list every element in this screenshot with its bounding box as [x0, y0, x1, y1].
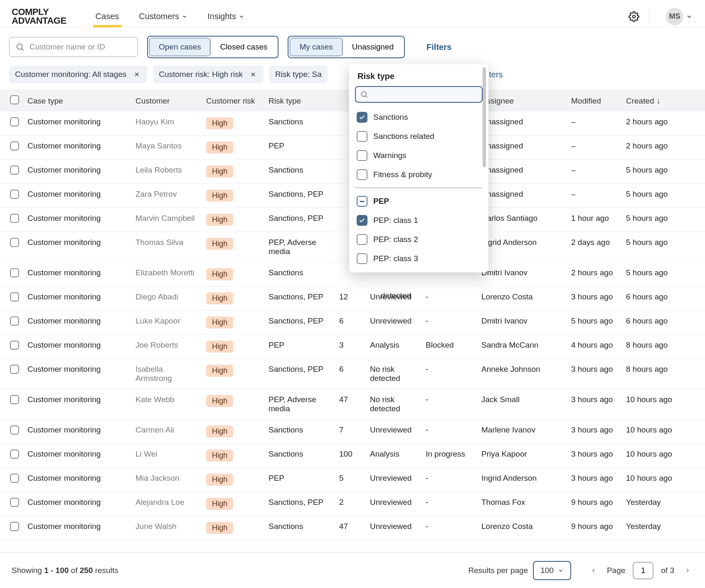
- close-icon[interactable]: [249, 70, 258, 79]
- popover-search[interactable]: [355, 86, 483, 103]
- row-checkbox[interactable]: [10, 522, 19, 531]
- table-row[interactable]: Customer monitoringCarmen AliHighSanctio…: [0, 420, 705, 444]
- cell-case-type: Customer monitoring: [23, 335, 131, 359]
- customer-search-input[interactable]: [29, 42, 132, 52]
- cell-risk-type: PEP: [264, 136, 335, 160]
- row-checkbox[interactable]: [10, 117, 19, 126]
- row-checkbox[interactable]: [10, 365, 19, 374]
- cell-risk-type: Sanctions, PEP: [264, 208, 335, 232]
- user-menu[interactable]: MS: [658, 8, 693, 25]
- obscured-cell-text: detected: [381, 291, 411, 300]
- chevron-down-icon: [558, 568, 564, 573]
- table-row[interactable]: Customer monitoringLi WeiHighSanctions10…: [0, 444, 705, 468]
- filter-option[interactable]: Fitness & probity: [355, 165, 483, 184]
- row-checkbox[interactable]: [10, 395, 19, 404]
- checkbox[interactable]: [357, 253, 367, 264]
- cell-assignee: Ingrid Anderson: [477, 468, 567, 492]
- table-row[interactable]: Customer monitoringJune WalshHighSanctio…: [0, 516, 705, 540]
- page-input[interactable]: [633, 562, 653, 579]
- popover-title: Risk type: [357, 72, 483, 81]
- row-checkbox[interactable]: [10, 292, 19, 301]
- row-checkbox[interactable]: [10, 498, 19, 507]
- prev-page-button[interactable]: [588, 565, 599, 576]
- row-checkbox[interactable]: [10, 141, 19, 151]
- row-checkbox[interactable]: [10, 341, 19, 350]
- checkbox[interactable]: [357, 234, 367, 245]
- customer-search[interactable]: [9, 37, 138, 57]
- nav-cases[interactable]: Cases: [96, 6, 119, 27]
- chip-risk-type[interactable]: Risk type: Sa: [269, 66, 328, 83]
- my-cases-button[interactable]: My cases: [290, 38, 342, 56]
- row-checkbox[interactable]: [10, 450, 19, 459]
- cell-assignee: Marlene Ivanov: [477, 420, 567, 444]
- select-all-checkbox[interactable]: [10, 95, 19, 104]
- filter-option[interactable]: PEP: class 1: [355, 211, 483, 230]
- row-checkbox[interactable]: [10, 190, 19, 199]
- toolbar: Open cases Closed cases My cases Unassig…: [0, 27, 705, 66]
- option-label: PEP: class 3: [373, 254, 418, 263]
- cell-status: Unreviewed: [366, 420, 422, 444]
- unassigned-button[interactable]: Unassigned: [343, 38, 403, 56]
- checkbox[interactable]: [357, 131, 367, 142]
- row-checkbox[interactable]: [10, 316, 19, 326]
- col-assignee[interactable]: Assignee: [477, 90, 567, 111]
- table-row[interactable]: Customer monitoringJoe RobertsHighPEP3An…: [0, 335, 705, 359]
- col-customer-risk[interactable]: Customer risk: [202, 90, 264, 111]
- nav-insights[interactable]: Insights: [207, 6, 244, 27]
- checkbox[interactable]: [357, 112, 367, 123]
- open-cases-button[interactable]: Open cases: [149, 38, 210, 56]
- filter-option[interactable]: PEP: class 2: [355, 230, 483, 249]
- results-per-page-select[interactable]: 100: [533, 561, 571, 580]
- settings-button[interactable]: [627, 10, 641, 23]
- row-checkbox[interactable]: [10, 238, 19, 247]
- col-case-type[interactable]: Case type: [23, 90, 131, 111]
- cell-substatus: -: [422, 492, 477, 516]
- cell-customer: Marvin Campbell: [131, 208, 202, 232]
- checkbox[interactable]: [357, 169, 367, 180]
- separator: [649, 8, 649, 25]
- table-row[interactable]: Customer monitoringKate WebbHighPEP, Adv…: [0, 389, 705, 420]
- cell-created: 10 hours ago: [622, 389, 705, 420]
- cell-customer-risk: High: [202, 311, 264, 335]
- row-checkbox[interactable]: [10, 425, 19, 435]
- col-customer[interactable]: Customer: [131, 90, 202, 111]
- row-checkbox[interactable]: [10, 214, 19, 223]
- checkbox[interactable]: [357, 215, 367, 226]
- filter-option[interactable]: Warnings: [355, 146, 483, 165]
- pagination-bar: Showing 1 - 100 of 250 results Results p…: [0, 552, 705, 588]
- checkbox[interactable]: [357, 150, 367, 161]
- row-checkbox[interactable]: [10, 474, 19, 483]
- table-row[interactable]: Customer monitoringDiego AbadiHighSancti…: [0, 287, 705, 311]
- filter-option[interactable]: PEP: [355, 192, 483, 211]
- row-checkbox[interactable]: [10, 268, 19, 277]
- cell-modified: 9 hours ago: [567, 516, 622, 540]
- cell-assignee: Dmitri Ivanov: [477, 262, 567, 287]
- table-row[interactable]: Customer monitoringIsabella ArmstrongHig…: [0, 359, 705, 389]
- chip-customer-monitoring[interactable]: Customer monitoring: All stages: [9, 66, 147, 83]
- cell-status: Analysis: [366, 335, 422, 359]
- cell-assignee: Unassigned: [477, 184, 567, 208]
- close-icon[interactable]: [132, 70, 141, 79]
- next-page-button[interactable]: [682, 565, 693, 576]
- col-created[interactable]: Created↓: [622, 90, 705, 111]
- scrollbar[interactable]: [483, 67, 486, 167]
- page-of: of 3: [661, 566, 674, 575]
- cell-risk-type: Sanctions: [264, 420, 335, 444]
- table-row[interactable]: Customer monitoringAlejandra LoeHighSanc…: [0, 492, 705, 516]
- closed-cases-button[interactable]: Closed cases: [210, 38, 276, 56]
- nav-customers[interactable]: Customers: [139, 6, 187, 27]
- chip-customer-risk[interactable]: Customer risk: High risk: [153, 66, 264, 83]
- filters-link[interactable]: Filters: [426, 42, 451, 52]
- cell-assignee: Unassigned: [477, 160, 567, 184]
- cell-substatus: -: [422, 359, 477, 389]
- col-risk-type[interactable]: Risk type: [264, 90, 335, 111]
- checkbox[interactable]: [357, 196, 367, 207]
- cell-substatus: -: [422, 420, 477, 444]
- col-modified[interactable]: Modified: [567, 90, 622, 111]
- table-row[interactable]: Customer monitoringMia JacksonHighPEP5Un…: [0, 468, 705, 492]
- filter-option[interactable]: Sanctions related: [355, 127, 483, 146]
- row-checkbox[interactable]: [10, 166, 19, 175]
- table-row[interactable]: Customer monitoringLuke KapoorHighSancti…: [0, 311, 705, 335]
- filter-option[interactable]: PEP: class 3: [355, 249, 483, 268]
- filter-option[interactable]: Sanctions: [355, 108, 483, 127]
